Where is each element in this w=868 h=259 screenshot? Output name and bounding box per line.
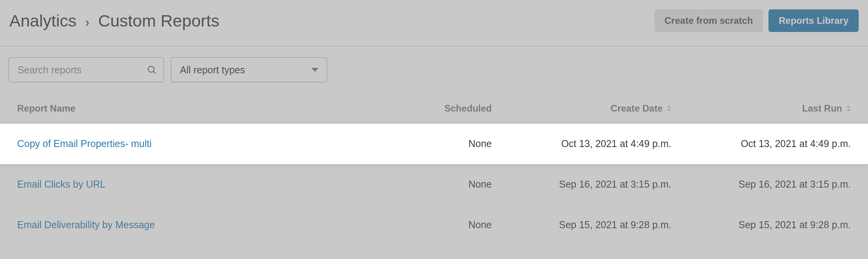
last-run-cell: Sep 15, 2021 at 9:28 p.m.	[738, 219, 851, 231]
table-row: Copy of Email Properties- multiNoneOct 1…	[0, 124, 868, 164]
column-header-create-date-label: Create Date	[611, 103, 663, 114]
column-header-scheduled-label: Scheduled	[445, 103, 492, 114]
column-header-scheduled[interactable]: Scheduled	[445, 103, 492, 114]
report-name-link[interactable]: Email Deliverability by Message	[17, 219, 382, 231]
column-header-last-run-label: Last Run	[802, 103, 842, 114]
reports-library-button[interactable]: Reports Library	[768, 9, 859, 32]
last-run-cell: Sep 16, 2021 at 3:15 p.m.	[738, 179, 851, 190]
scheduled-cell: None	[468, 219, 492, 231]
report-name-link[interactable]: Email Clicks by URL	[17, 179, 382, 190]
svg-point-0	[148, 66, 154, 72]
create-from-scratch-button[interactable]: Create from scratch	[655, 9, 763, 32]
report-name-link[interactable]: Copy of Email Properties- multi	[17, 138, 382, 149]
chevron-down-icon	[311, 68, 318, 72]
scheduled-cell: None	[468, 138, 492, 149]
create-date-cell: Sep 15, 2021 at 9:28 p.m.	[559, 219, 671, 231]
breadcrumb-separator: ›	[85, 14, 89, 30]
create-date-cell: Sep 16, 2021 at 3:15 p.m.	[559, 179, 671, 190]
table-header: Report Name Scheduled Create Date Last R…	[0, 93, 868, 124]
column-header-last-run[interactable]: Last Run	[802, 103, 851, 114]
breadcrumb-root[interactable]: Analytics	[9, 11, 76, 30]
report-type-filter[interactable]: All report types	[171, 57, 327, 82]
search-input[interactable]	[9, 57, 164, 82]
sort-icon	[846, 106, 851, 111]
report-type-filter-label: All report types	[180, 64, 245, 76]
search-icon	[147, 65, 157, 75]
page-header: Analytics › Custom Reports Create from s…	[0, 0, 868, 46]
header-actions: Create from scratch Reports Library	[655, 9, 859, 32]
last-run-cell: Oct 13, 2021 at 4:49 p.m.	[741, 138, 851, 149]
scheduled-cell: None	[468, 179, 492, 190]
table-body: Copy of Email Properties- multiNoneOct 1…	[0, 124, 868, 245]
column-header-name[interactable]: Report Name	[17, 103, 382, 114]
search-wrap	[9, 57, 164, 82]
svg-line-1	[153, 71, 156, 74]
table-row: Email Deliverability by MessageNoneSep 1…	[0, 205, 868, 245]
reports-table: Report Name Scheduled Create Date Last R…	[0, 93, 868, 245]
create-date-cell: Oct 13, 2021 at 4:49 p.m.	[561, 138, 671, 149]
filters-bar: All report types	[0, 46, 868, 93]
sort-icon	[667, 106, 671, 111]
breadcrumb-current: Custom Reports	[98, 11, 219, 30]
table-row: Email Clicks by URLNoneSep 16, 2021 at 3…	[0, 164, 868, 205]
breadcrumb: Analytics › Custom Reports	[9, 11, 219, 30]
column-header-create-date[interactable]: Create Date	[611, 103, 671, 114]
